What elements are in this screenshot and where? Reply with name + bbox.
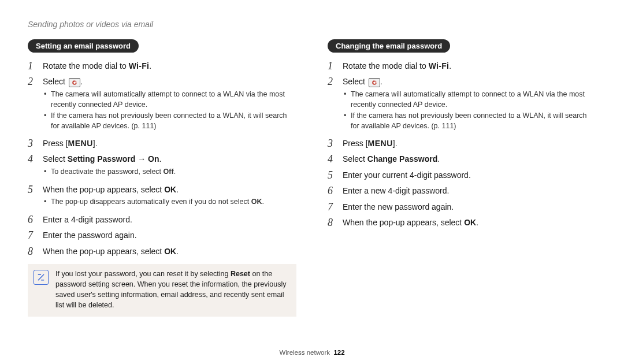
menu-label: MENU [68,139,93,148]
sub-bold: OK [251,198,262,206]
step-number: 6 [28,213,37,226]
left-heading-pill: Setting an email password [28,39,139,53]
step-line: When the pop-up appears, select OK. [43,184,296,196]
step-body: Enter the password again. [43,229,296,242]
step-number: 8 [28,245,37,258]
footer-label: Wireless network [279,349,330,356]
left-column: Setting an email password 1Rotate the mo… [28,39,296,317]
note-icon [34,270,49,285]
step-sublist-item: The camera will automatically attempt to… [43,90,296,110]
step-sublist: The camera will automatically attempt to… [43,90,296,131]
step-body: Select Change Password. [343,153,596,166]
step-sublist: The camera will automatically attempt to… [343,90,596,131]
step-bold: OK [464,218,476,227]
step-item: 5When the pop-up appears, select OK.The … [28,183,296,211]
step-number: 1 [28,60,37,73]
svg-point-3 [373,82,376,84]
step-number: 3 [328,137,337,150]
step-number: 5 [328,169,337,182]
note-box: If you lost your password, you can reset… [28,264,296,317]
step-body: Enter your current 4-digit password. [343,169,596,182]
footer-page-number: 122 [333,349,344,356]
step-line: Select . [343,76,596,88]
step-item: 4Select Change Password. [328,153,596,166]
step-sublist-item: The camera will automatically attempt to… [343,90,596,110]
step-body: When the pop-up appears, select OK. [43,245,296,258]
step-line: Enter the password again. [43,229,296,242]
wifi-label: Wi-Fi [429,61,450,70]
step-line: Enter the new password again. [343,201,596,214]
step-sublist-item: The pop-up disappears automatically even… [43,197,296,207]
page-footer: Wireless network 122 [0,349,624,356]
step-item: 3Press [MENU]. [28,137,296,150]
step-bold: OK [164,247,176,256]
step-item: 7Enter the new password again. [328,200,596,214]
step-body: Select .The camera will automatically at… [43,75,296,135]
step-sublist: The pop-up disappears automatically even… [43,197,296,207]
step-body: Rotate the mode dial to Wi-Fi. [343,60,596,73]
step-body: When the pop-up appears, select OK. [343,216,596,229]
step-line: Press [MENU]. [43,138,296,150]
step-number: 4 [28,153,37,166]
note-pre: If you lost your password, you can reset… [55,270,231,278]
step-item: 1Rotate the mode dial to Wi-Fi. [328,60,596,73]
step-body: When the pop-up appears, select OK.The p… [43,183,296,211]
step-item: 6Enter a new 4-digit password. [328,184,596,198]
step-sublist-item: To deactivate the password, select Off. [43,167,296,177]
step-line: Rotate the mode dial to Wi-Fi. [43,60,296,73]
step-bold: Change Password [367,154,437,164]
content-columns: Setting an email password 1Rotate the mo… [28,39,596,317]
step-sublist: To deactivate the password, select Off. [43,167,296,177]
step-line: Enter a new 4-digit password. [343,185,596,198]
step-item: 5Enter your current 4-digit password. [328,169,596,182]
step-number: 3 [28,137,37,150]
svg-point-1 [73,82,76,84]
step-number: 6 [328,184,337,198]
step-number: 2 [328,75,337,88]
section-title: Sending photos or videos via email [28,20,596,29]
step-body: Select .The camera will automatically at… [343,75,596,135]
step-item: 6Enter a 4-digit password. [28,213,296,226]
step-number: 7 [28,229,37,242]
step-number: 8 [328,216,337,229]
step-item: 8When the pop-up appears, select OK. [328,216,596,229]
wifi-label: Wi-Fi [129,61,150,70]
step-body: Select Setting Password → On.To deactiva… [43,153,296,180]
step-number: 7 [328,200,337,214]
step-line: Select . [43,76,296,88]
step-bold: OK [164,185,176,194]
menu-label: MENU [368,139,393,148]
step-item: 1Rotate the mode dial to Wi-Fi. [28,60,296,73]
step-body: Rotate the mode dial to Wi-Fi. [43,60,296,73]
step-item: 8When the pop-up appears, select OK. [28,245,296,258]
step-body: Enter a 4-digit password. [43,213,296,226]
note-bold: Reset [231,270,250,278]
step-line: Press [MENU]. [343,138,596,150]
step-line: Enter a 4-digit password. [43,214,296,226]
step-body: Press [MENU]. [343,137,596,150]
left-steps-list: 1Rotate the mode dial to Wi-Fi.2Select .… [28,60,296,258]
step-body: Press [MENU]. [43,137,296,150]
step-item: 7Enter the password again. [28,229,296,242]
step-number: 1 [328,60,337,73]
step-line: Enter your current 4-digit password. [343,169,596,182]
sub-bold: Off [164,168,174,176]
step-line: Select Change Password. [343,153,596,166]
step-bold: On [148,154,159,164]
step-item: 3Press [MENU]. [328,137,596,150]
right-heading-pill: Changing the email password [328,39,450,53]
note-text: If you lost your password, you can reset… [55,269,289,311]
step-item: 4Select Setting Password → On.To deactiv… [28,153,296,180]
right-steps-list: 1Rotate the mode dial to Wi-Fi.2Select .… [328,60,596,229]
email-icon [369,78,380,87]
email-icon [69,78,80,87]
right-column: Changing the email password 1Rotate the … [328,39,596,317]
step-line: When the pop-up appears, select OK. [343,217,596,229]
step-body: Enter the new password again. [343,200,596,214]
step-line: When the pop-up appears, select OK. [43,246,296,258]
step-number: 5 [28,183,37,196]
step-item: 2Select .The camera will automatically a… [28,75,296,135]
step-sublist-item: If the camera has not previously been co… [343,111,596,131]
step-item: 2Select .The camera will automatically a… [328,75,596,135]
step-number: 2 [28,75,37,88]
